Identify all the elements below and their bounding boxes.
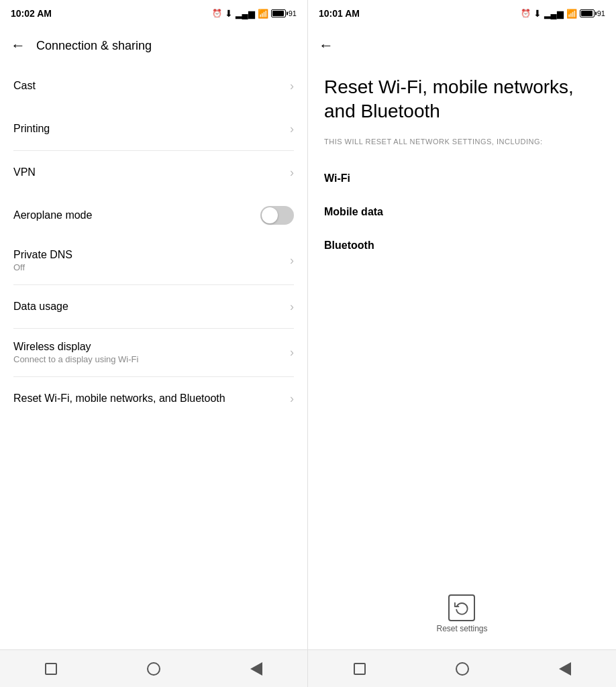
- right-alarm-icon: ⏰: [521, 9, 531, 18]
- right-content: Reset Wi-Fi, mobile networks, and Blueto…: [308, 64, 616, 335]
- right-battery-percent: 91: [597, 9, 605, 17]
- right-status-bar: 10:01 AM ⏰ ⬇ ▂▄▆ 📶 91: [308, 0, 616, 27]
- aeroplane-item[interactable]: Aeroplane mode: [0, 194, 307, 237]
- left-status-icons: ⏰ ⬇ ▂▄▆ 📶 91: [212, 8, 297, 19]
- printing-item[interactable]: Printing ›: [0, 107, 307, 150]
- left-status-bar: 10:02 AM ⏰ ⬇ ▂▄▆ 📶 91: [0, 0, 307, 27]
- left-panel: 10:02 AM ⏰ ⬇ ▂▄▆ 📶 91 ← Connection & sha…: [0, 0, 308, 687]
- data-usage-chevron: ›: [290, 300, 294, 314]
- battery-percent: 91: [289, 9, 297, 17]
- right-subtitle: THIS WILL RESET ALL NETWORK SETTINGS, IN…: [324, 138, 600, 146]
- aeroplane-toggle[interactable]: [260, 206, 294, 225]
- printing-label: Printing: [13, 123, 50, 135]
- left-page-title: Connection & sharing: [36, 39, 152, 53]
- battery-icon: [271, 9, 286, 17]
- right-panel: 10:01 AM ⏰ ⬇ ▂▄▆ 📶 91 ← Reset Wi-Fi, mob…: [308, 0, 616, 687]
- wireless-display-sub: Connect to a display using Wi-Fi: [13, 354, 138, 364]
- right-back-button[interactable]: ←: [319, 38, 333, 53]
- mobile-data-item: Mobile data: [324, 195, 600, 229]
- right-status-icons: ⏰ ⬇ ▂▄▆ 📶 91: [521, 8, 605, 19]
- signal-icon: ▂▄▆: [236, 9, 255, 19]
- wireless-display-item[interactable]: Wireless display Connect to a display us…: [0, 329, 307, 376]
- private-dns-chevron: ›: [290, 254, 294, 268]
- right-spacer: [308, 335, 616, 584]
- wireless-display-label: Wireless display: [13, 341, 138, 353]
- cast-item[interactable]: Cast ›: [0, 64, 307, 107]
- bluetooth-item: Bluetooth: [324, 229, 600, 262]
- right-header: ←: [308, 27, 616, 64]
- right-nav-square[interactable]: [343, 655, 376, 682]
- left-back-button[interactable]: ←: [11, 38, 25, 53]
- left-nav-back[interactable]: [240, 655, 273, 682]
- aeroplane-toggle-knob: [262, 207, 278, 223]
- left-nav-home[interactable]: [137, 655, 170, 682]
- cast-chevron: ›: [290, 79, 294, 93]
- aeroplane-label: Aeroplane mode: [13, 209, 92, 221]
- right-download-icon: ⬇: [533, 8, 542, 19]
- wifi-network-item: Wi-Fi: [324, 162, 600, 195]
- private-dns-sub: Off: [13, 262, 72, 272]
- reset-icon: [448, 594, 475, 621]
- download-icon: ⬇: [225, 8, 233, 19]
- right-wifi-icon: 📶: [566, 9, 577, 19]
- right-bottom-area: Reset settings: [308, 584, 616, 644]
- cast-label: Cast: [13, 80, 36, 92]
- private-dns-item[interactable]: Private DNS Off ›: [0, 237, 307, 284]
- right-page-title: Reset Wi-Fi, mobile networks, and Blueto…: [324, 75, 600, 124]
- wireless-display-chevron: ›: [290, 346, 294, 360]
- right-signal-icon: ▂▄▆: [544, 9, 564, 19]
- reset-svg: [454, 600, 469, 615]
- right-nav-home[interactable]: [446, 655, 479, 682]
- reset-wifi-item[interactable]: Reset Wi-Fi, mobile networks, and Blueto…: [0, 377, 307, 420]
- right-nav-back[interactable]: [548, 655, 582, 682]
- reset-settings-label: Reset settings: [436, 624, 487, 633]
- left-bottom-nav: [0, 649, 307, 687]
- vpn-label: VPN: [13, 166, 36, 178]
- data-usage-label: Data usage: [13, 301, 68, 313]
- reset-wifi-chevron: ›: [290, 392, 294, 406]
- wifi-icon: 📶: [258, 9, 268, 19]
- private-dns-label: Private DNS: [13, 249, 72, 261]
- alarm-icon: ⏰: [212, 9, 222, 18]
- printing-chevron: ›: [290, 122, 294, 136]
- left-nav-square[interactable]: [34, 655, 68, 682]
- vpn-chevron: ›: [290, 166, 294, 180]
- reset-settings-button[interactable]: Reset settings: [436, 594, 487, 633]
- vpn-item[interactable]: VPN ›: [0, 151, 307, 194]
- right-bottom-nav: [308, 649, 616, 687]
- reset-wifi-label: Reset Wi-Fi, mobile networks, and Blueto…: [13, 392, 225, 405]
- right-time: 10:01 AM: [319, 8, 360, 19]
- left-settings-list: Cast › Printing › VPN › Aeroplane mode: [0, 64, 307, 649]
- data-usage-item[interactable]: Data usage ›: [0, 285, 307, 328]
- right-battery-icon: [580, 9, 595, 17]
- left-header: ← Connection & sharing: [0, 27, 307, 64]
- left-time: 10:02 AM: [11, 8, 52, 19]
